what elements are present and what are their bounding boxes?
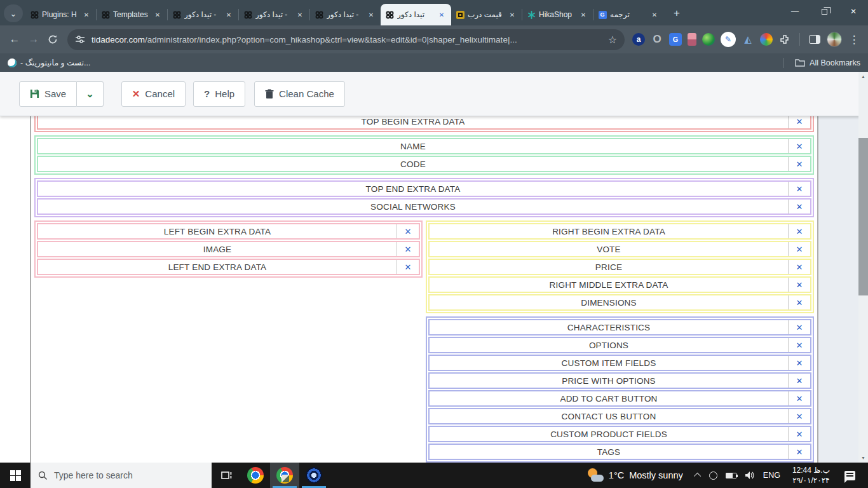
tab-hikashop[interactable]: HikaShop ✕ — [522, 4, 593, 25]
remove-block-button[interactable]: ✕ — [788, 391, 810, 405]
layout-block[interactable]: RIGHT MIDDLE EXTRA DATA ✕ — [428, 276, 811, 293]
layout-block[interactable]: CUSTOM PRODUCT FIELDS ✕ — [428, 426, 811, 442]
cancel-button[interactable]: ✕ Cancel — [121, 81, 186, 107]
tab-close-icon[interactable]: ✕ — [153, 10, 163, 20]
remove-block-button[interactable]: ✕ — [788, 278, 810, 292]
side-panel-button[interactable] — [808, 33, 821, 46]
scroll-up-arrow[interactable]: ▲ — [858, 72, 868, 81]
volume-icon[interactable] — [745, 471, 755, 480]
taskbar-clock[interactable]: 12:44 ب.ظ ۲۹/۰۱/۲۰۲۴ — [789, 465, 834, 485]
tab-close-icon[interactable]: ✕ — [507, 10, 517, 20]
tray-expand-icon[interactable] — [694, 473, 701, 480]
remove-block-button[interactable]: ✕ — [397, 224, 419, 238]
remove-block-button[interactable]: ✕ — [788, 295, 810, 309]
layout-block[interactable]: PRICE ✕ — [428, 259, 811, 275]
forward-button[interactable]: → — [24, 30, 43, 49]
layout-block[interactable]: CUSTOM ITEM FIELDS ✕ — [428, 355, 811, 371]
layout-block[interactable]: ADD TO CART BUTTON ✕ — [428, 390, 811, 407]
layout-block[interactable]: LEFT END EXTRA DATA ✕ — [37, 259, 420, 275]
layout-block[interactable]: CONTACT US BUTTON ✕ — [428, 408, 811, 424]
extension-a-icon[interactable]: a — [632, 33, 645, 46]
minimize-button[interactable]: — — [780, 0, 810, 23]
remove-block-button[interactable]: ✕ — [788, 182, 810, 196]
new-tab-button[interactable]: + — [668, 4, 686, 22]
translate-extension-icon[interactable]: G — [669, 33, 682, 46]
layout-block[interactable]: CODE ✕ — [37, 156, 811, 172]
remove-block-button[interactable]: ✕ — [788, 374, 810, 388]
tab-close-icon[interactable]: ✕ — [366, 10, 376, 20]
tab-tidadecor-2[interactable]: تيدا دكور - ✕ — [239, 4, 309, 25]
scrollbar-thumb[interactable] — [858, 138, 868, 295]
scrollbar[interactable]: ▲ ▼ — [858, 72, 868, 463]
back-button[interactable]: ← — [5, 30, 24, 49]
blue-app-taskbar-button[interactable] — [299, 463, 329, 488]
extension-pink-icon[interactable] — [688, 33, 696, 46]
layout-block[interactable]: OPTIONS ✕ — [428, 337, 811, 353]
layout-block[interactable]: DIMENSIONS ✕ — [428, 294, 811, 311]
bookmark-item[interactable]: - تست و مانیتورینگ... — [8, 58, 90, 67]
extensions-puzzle-icon[interactable] — [778, 33, 791, 46]
tab-plugins[interactable]: Plugins: H ✕ — [25, 4, 96, 25]
help-button[interactable]: ? Help — [193, 81, 245, 107]
tab-close-icon[interactable]: ✕ — [81, 10, 92, 20]
remove-block-button[interactable]: ✕ — [397, 242, 419, 256]
chrome-active-taskbar-button[interactable] — [270, 463, 299, 488]
tab-translate[interactable]: G ترجمه ✕ — [593, 4, 664, 25]
battery-icon[interactable] — [726, 473, 736, 478]
taskbar-search[interactable]: Type here to search — [31, 463, 212, 488]
layout-block[interactable]: VOTE ✕ — [428, 241, 811, 257]
layout-block[interactable]: TAGS ✕ — [428, 444, 811, 460]
site-settings-icon[interactable] — [75, 34, 85, 44]
layout-block[interactable]: TOP END EXTRA DATA ✕ — [37, 180, 811, 197]
idm-extension-icon[interactable] — [702, 33, 715, 46]
remove-block-button[interactable]: ✕ — [788, 320, 810, 334]
pen-extension-icon[interactable]: ✎ — [721, 32, 736, 47]
tab-close-icon[interactable]: ✕ — [649, 10, 660, 20]
chrome-taskbar-button[interactable] — [241, 463, 270, 488]
remove-block-button[interactable]: ✕ — [397, 260, 419, 274]
url-text[interactable]: tidadecor.com/administrator/index.php?op… — [92, 35, 603, 44]
profile-avatar[interactable] — [827, 32, 842, 47]
restore-button[interactable] — [810, 0, 839, 23]
clean-cache-button[interactable]: Clean Cache — [254, 81, 345, 107]
task-view-button[interactable] — [212, 463, 241, 488]
feather-extension-icon[interactable] — [760, 33, 773, 46]
tab-templates[interactable]: Templates ✕ — [97, 4, 167, 25]
tab-gheymat-darb[interactable]: قيمت درب ✕ — [451, 4, 522, 25]
browser-menu-button[interactable]: ⋮ — [848, 30, 860, 49]
remove-block-button[interactable]: ✕ — [788, 116, 810, 128]
remove-block-button[interactable]: ✕ — [788, 445, 810, 459]
close-window-button[interactable]: ✕ — [839, 0, 868, 23]
tab-close-icon[interactable]: ✕ — [295, 10, 305, 20]
tab-close-icon[interactable]: ✕ — [224, 10, 234, 20]
tab-close-icon[interactable]: ✕ — [437, 10, 447, 20]
extension-o-icon[interactable]: O — [651, 33, 663, 46]
layout-block[interactable]: LEFT BEGIN EXTRA DATA ✕ — [37, 223, 420, 240]
all-bookmarks[interactable]: All Bookmarks — [783, 58, 860, 68]
layout-block[interactable]: CHARACTERISTICS ✕ — [428, 319, 811, 336]
remove-block-button[interactable]: ✕ — [788, 200, 810, 214]
weather-widget[interactable]: 1°C Mostly sunny — [581, 468, 689, 482]
scroll-down-arrow[interactable]: ▼ — [858, 453, 868, 463]
tab-tidadecor-active[interactable]: تيدا دكور ✕ — [381, 4, 451, 25]
remove-block-button[interactable]: ✕ — [788, 242, 810, 256]
remove-block-button[interactable]: ✕ — [788, 157, 810, 171]
tab-tidadecor-3[interactable]: تيدا دكور - ✕ — [310, 4, 381, 25]
bookmark-star-icon[interactable]: ☆ — [608, 34, 617, 46]
url-bar[interactable]: tidadecor.com/administrator/index.php?op… — [67, 29, 625, 50]
save-dropdown-button[interactable]: ⌄ — [77, 81, 104, 107]
remove-block-button[interactable]: ✕ — [788, 427, 810, 441]
remove-block-button[interactable]: ✕ — [788, 356, 810, 370]
remove-block-button[interactable]: ✕ — [788, 338, 810, 352]
remove-block-button[interactable]: ✕ — [788, 260, 810, 274]
tab-search-button[interactable]: ⌄ — [4, 4, 23, 22]
layout-block[interactable]: IMAGE ✕ — [37, 241, 420, 257]
reload-button[interactable] — [43, 30, 62, 49]
tab-close-icon[interactable]: ✕ — [578, 10, 588, 20]
layout-block[interactable]: PRICE WITH OPTIONS ✕ — [428, 372, 811, 389]
layout-block[interactable]: RIGHT BEGIN EXTRA DATA ✕ — [428, 223, 811, 240]
layout-block[interactable]: NAME ✕ — [37, 138, 811, 154]
triangle-extension-icon[interactable]: ◭ — [742, 33, 754, 46]
notification-center-icon[interactable] — [844, 471, 855, 480]
layout-block[interactable]: SOCIAL NETWORKS ✕ — [37, 198, 811, 215]
